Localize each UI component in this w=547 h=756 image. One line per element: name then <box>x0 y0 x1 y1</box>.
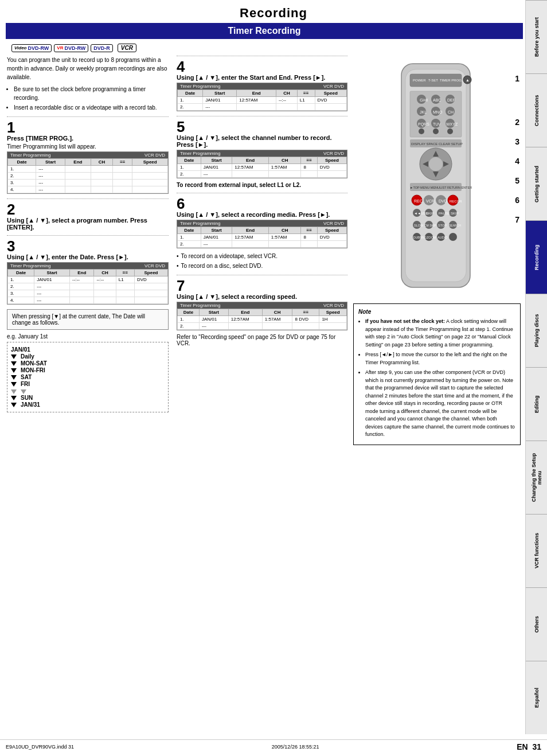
svg-text:WXYZ: WXYZ <box>446 122 458 126</box>
disc-icon-vcr: VCR <box>118 44 136 52</box>
remote-container: POWER T-SET TIMER PROG. ▲ GHI ABC DEF JK… <box>353 58 521 299</box>
bullet-disc: Insert a recordable disc or a videotape … <box>14 103 169 112</box>
svg-text:DISPLAY  SPACE  CLEAR  SETUP: DISPLAY SPACE CLEAR SETUP <box>411 142 463 146</box>
remote-label-5: 5 <box>515 176 519 185</box>
svg-point-28 <box>433 128 439 134</box>
chain-item-mon-fri: MON-FRI <box>21 367 45 373</box>
step-6-bullet-1: • To record on a videotape, select VCR. <box>177 252 347 260</box>
svg-point-37 <box>429 157 443 171</box>
svg-text:MNO: MNO <box>433 110 443 114</box>
step-3-num: 3 <box>7 239 169 254</box>
sidebar-tab-changing-setup[interactable]: Changing the Setup menu <box>526 441 547 514</box>
step-5-block: 5 Using [▲ / ▼], select the channel numb… <box>177 119 347 188</box>
svg-text:PQRS: PQRS <box>418 122 429 127</box>
chain-item-jan01: JAN/01 <box>11 346 30 353</box>
step-6-table: Timer Programming VCR DVD DateStartEndCH… <box>177 220 347 248</box>
step-4-table: Timer Programming VCR DVD DateStartEndCH… <box>177 83 347 111</box>
svg-text:VCR: VCR <box>426 199 435 203</box>
tp1-right: VCR DVD <box>144 153 165 158</box>
remote-label-2: 2 <box>515 118 519 127</box>
disc-icon-video-dvd-rw: Video DVD-RW <box>11 44 52 52</box>
step-2-num: 2 <box>7 202 169 217</box>
sidebar-tab-vcr-functions[interactable]: VCR functions <box>526 514 547 587</box>
step-7-title: Using [▲ / ▼], select a recording speed. <box>177 293 347 300</box>
svg-text:SLOW: SLOW <box>414 224 424 227</box>
svg-text:STOP: STOP <box>438 224 447 227</box>
main-title: Recording <box>0 0 547 23</box>
svg-text:SKIP: SKIP <box>426 212 434 215</box>
remote-label-7: 7 <box>515 215 519 224</box>
step-1-table: Timer Programming VCR DVD DateStartEndCH… <box>7 151 169 194</box>
disc-icon-vr-dvd-rw: VR DVD-RW <box>54 44 88 52</box>
note-box: Note If you have not set the clock yet: … <box>353 303 521 445</box>
disc-icons-row: Video DVD-RW VR DVD-RW DVD-R VCR <box>11 44 521 52</box>
sidebar-tab-editing[interactable]: Editing <box>526 367 547 441</box>
step-1-sub: Timer Programming list will appear. <box>7 143 169 150</box>
chain-item-daily: Daily <box>21 353 34 360</box>
svg-point-67 <box>449 233 457 241</box>
date-change-box: When pressing [▼] at the current date, T… <box>7 309 169 330</box>
svg-text:CH: CH <box>448 110 454 114</box>
sidebar-tab-playing-discs[interactable]: Playing discs <box>526 294 547 367</box>
svg-text:REC: REC <box>414 199 423 203</box>
step-4-block: 4 Using [▲ / ▼], enter the Start and End… <box>177 59 347 111</box>
step-1-title: Press [TIMER PROG.]. <box>7 135 169 142</box>
step-7-num: 7 <box>177 278 347 293</box>
svg-text:►TOP MENU  MENULIST  RETURN  E: ►TOP MENU MENULIST RETURN ENTER <box>410 186 472 189</box>
chain-item-fri: FRI <box>21 381 30 387</box>
step-5-num: 5 <box>177 119 347 134</box>
svg-text:ABC: ABC <box>433 98 441 102</box>
step-1-num: 1 <box>7 120 169 135</box>
sidebar-tab-recording[interactable]: Recording <box>526 220 547 294</box>
svg-text:CM SKIP: CM SKIP <box>424 224 436 227</box>
step-5-title: Using [▲ / ▼], select the channel number… <box>177 134 347 148</box>
date-chain: JAN/01 Daily MON-SAT MON-FRI SAT <box>7 342 169 412</box>
step-5-extra: To record from external input, select L1… <box>177 182 347 188</box>
page-footer: E9A10UD_DVR90VG.indd 31 2005/12/26 18:55… <box>0 739 547 751</box>
step-3-table: Timer Programming VCR DVD DateStartEndCH… <box>7 262 169 305</box>
step-4-title: Using [▲ / ▼], enter the Start and End. … <box>177 74 347 81</box>
sidebar-tab-connections[interactable]: Connections <box>526 73 547 147</box>
note-item-1: If you have not set the clock yet: A clo… <box>365 318 515 349</box>
svg-text:T-SET: T-SET <box>428 79 438 82</box>
date-change-desc: When pressing [▼] at the current date, T… <box>12 313 145 326</box>
svg-text:SEARCH: SEARCH <box>449 224 461 227</box>
step-4-num: 4 <box>177 59 347 74</box>
step-3-title: Using [▲ / ▼], enter the Date. Press [►]… <box>7 254 169 260</box>
step-7-block: 7 Using [▲ / ▼], select a recording spee… <box>177 278 347 346</box>
eg-label: e.g. January 1st <box>7 333 169 340</box>
step-7-refer: Refer to "Recording speed" on page 25 fo… <box>177 334 347 346</box>
sidebar-tab-espanol[interactable]: Español <box>526 661 547 734</box>
svg-text:DUBBING: DUBBING <box>413 236 427 239</box>
remote-label-6: 6 <box>515 196 519 205</box>
step-6-title: Using [▲ / ▼], select a recording media.… <box>177 211 347 218</box>
footer-date: 2005/12/26 18:55:21 <box>272 744 319 750</box>
svg-point-27 <box>419 128 424 134</box>
svg-text:DEF: DEF <box>447 98 455 102</box>
sidebar-tab-before-you-start[interactable]: Before you start <box>526 0 547 73</box>
svg-text:DVD: DVD <box>439 199 447 203</box>
svg-text:TIMER PROG.: TIMER PROG. <box>440 79 463 82</box>
footer-page: EN 31 <box>517 742 541 751</box>
svg-text:AUDIO: AUDIO <box>437 236 448 239</box>
svg-text:GHI: GHI <box>420 98 428 103</box>
remote-label-3: 3 <box>515 137 519 146</box>
footer-file: E9A10UD_DVR90VG.indd 31 <box>6 744 74 750</box>
sidebar-tab-others[interactable]: Others <box>526 587 547 661</box>
step-3-block: 3 Using [▲ / ▼], enter the Date. Press [… <box>7 239 169 305</box>
step-5-table: Timer Programming VCR DVD DateStartEndCH… <box>177 150 347 178</box>
step-2-block: 2 Using [▲ / ▼], select a program number… <box>7 202 169 231</box>
right-sidebar: Before you start Connections Getting sta… <box>525 0 547 734</box>
svg-point-29 <box>447 128 453 134</box>
svg-text:POWER: POWER <box>413 79 426 82</box>
tp1-title: Timer Programming <box>10 153 50 158</box>
svg-text:ZOOM: ZOOM <box>427 236 436 239</box>
step-6-bullet-2: • To record on a disc, select DVD. <box>177 262 347 270</box>
remote-label-4: 4 <box>515 157 519 166</box>
remote-label-1: 1 <box>515 74 519 83</box>
remote-svg: POWER T-SET TIMER PROG. ▲ GHI ABC DEF JK… <box>393 58 482 299</box>
chain-item-mon-sat: MON-SAT <box>21 360 47 367</box>
sidebar-tab-getting-started[interactable]: Getting started <box>526 147 547 220</box>
chain-item-sun: SUN <box>21 395 33 401</box>
svg-text:JKL: JKL <box>420 110 427 114</box>
